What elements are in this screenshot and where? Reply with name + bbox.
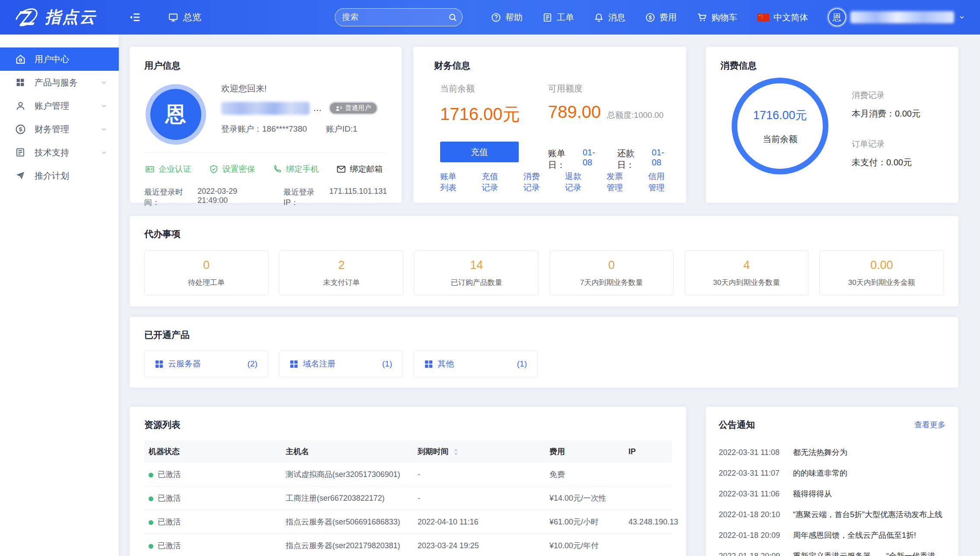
bind-email-link[interactable]: 绑定邮箱 <box>336 164 383 175</box>
bell-icon <box>594 13 604 22</box>
document-icon <box>15 147 26 158</box>
stat-value: 14 <box>470 259 483 272</box>
sidebar-item-label: 用户中心 <box>35 54 69 65</box>
table-row[interactable]: 已激活 指点云服务器(ser506691686833) 2022-04-10 1… <box>144 510 672 534</box>
table-row[interactable]: 已激活 指点云服务器(ser202179820381) 2023-03-24 1… <box>144 534 672 556</box>
stat-expiring-30days[interactable]: 4 30天内到期业务数量 <box>685 250 809 295</box>
month-consume: 本月消费：0.00元 <box>852 108 920 120</box>
table-row[interactable]: 已激活 测试虚拟商品(ser320517306901) - 免费 <box>144 463 672 486</box>
sort-icon[interactable] <box>454 448 458 456</box>
unpaid-label: 未支付： <box>852 158 886 167</box>
last-login-row: 最近登录时间： 2022-03-29 21:49:00 最近登录IP： 171.… <box>144 187 387 208</box>
credit-management-link[interactable]: 信用管理 <box>648 171 672 193</box>
product-other[interactable]: 其他 (1) <box>414 351 538 377</box>
login-account: 登录账户：186****7380 <box>221 123 307 135</box>
top-bar: 指点云 总览 <box>0 0 980 35</box>
sidebar-item-referral-program[interactable]: 推介计划 <box>0 164 119 187</box>
chevron-down-icon <box>100 126 108 133</box>
finance-card-title: 财务信息 <box>434 60 672 72</box>
search-box[interactable] <box>335 8 463 26</box>
products-card-title: 已开通产品 <box>144 329 944 341</box>
view-more-link[interactable]: 查看更多 <box>914 420 945 430</box>
monitor-icon <box>168 12 178 22</box>
expire-cell: 2022-04-10 11:16 <box>413 510 545 534</box>
fees-menu-item[interactable]: $ 费用 <box>645 12 677 23</box>
security-question-link[interactable]: 设置密保 <box>209 164 255 175</box>
china-flag-icon <box>757 13 769 22</box>
credit-row: 789.00 总额度:1000.00 <box>548 102 672 122</box>
account-id: 账户ID:1 <box>326 123 358 135</box>
product-count: (1) <box>517 359 527 369</box>
sidebar-item-products-services[interactable]: 产品与服务 <box>0 71 119 94</box>
billing-dates-row: 账单日： 01-08 还款日： 01-08 <box>548 148 672 171</box>
user-type-badge: 普通用户 <box>329 101 378 115</box>
sidebar-item-label: 技术支持 <box>35 147 69 158</box>
announcement-text: “惠聚云端，首台5折”大型优惠活动发布上线 <box>793 509 942 520</box>
cart-menu-item[interactable]: 购物车 <box>697 12 737 23</box>
bind-phone-link[interactable]: 绑定手机 <box>273 164 319 175</box>
grid-icon <box>425 360 433 368</box>
stat-ordered-products[interactable]: 14 已订购产品数量 <box>414 250 539 295</box>
credit-value: 789.00 <box>548 102 601 122</box>
bill-day-value: 01-08 <box>583 148 603 171</box>
announcement-item[interactable]: 2022-01-18 20:09 周年感恩回馈，全线云产品低至1折! <box>719 525 945 546</box>
sidebar-item-user-center[interactable]: 用户中心 <box>0 47 119 71</box>
recharge-button[interactable]: 充值 <box>440 142 519 162</box>
language-menu-item[interactable]: 中文简体 <box>757 12 808 23</box>
login-account-label: 登录账户： <box>221 124 262 133</box>
brand-logo[interactable]: 指点云 <box>0 6 119 29</box>
stat-pending-tickets[interactable]: 0 待处理工单 <box>144 250 269 295</box>
col-expire-time[interactable]: 到期时间 <box>413 440 545 463</box>
ip-cell <box>624 486 672 510</box>
announcement-item[interactable]: 2022-03-31 11:07 的的味道非常的 <box>719 463 945 483</box>
verify-label: 设置密保 <box>222 164 255 175</box>
resource-table: 机器状态 主机名 到期时间 费用 IP <box>144 440 672 556</box>
help-menu-item[interactable]: 帮助 <box>491 12 523 23</box>
stat-expiring-7days[interactable]: 0 7天内到期业务数量 <box>549 250 674 295</box>
account-menu[interactable]: 恩 <box>828 8 965 26</box>
announcement-item[interactable]: 2022-01-18 20:09 重新定义香港云服务器——“全新一代香港云主机”… <box>719 546 945 556</box>
id-card-icon <box>145 164 155 174</box>
sidebar-item-tech-support[interactable]: 技术支持 <box>0 141 119 164</box>
consume-record-link[interactable]: 消费记录 <box>523 171 547 193</box>
sidebar-item-account-management[interactable]: 账户管理 <box>0 94 119 117</box>
messages-menu-item[interactable]: 消息 <box>594 12 625 23</box>
nav-overview[interactable]: 总览 <box>168 11 201 23</box>
fee-cell: ¥10.00元/年付 <box>545 534 624 556</box>
announcement-item[interactable]: 2022-03-31 11:06 额得得得从 <box>719 483 945 504</box>
stat-expiring-amount[interactable]: 0.00 30天内到期业务金额 <box>819 250 944 295</box>
finance-links-row: 账单列表 充值记录 消费记录 退款记录 发票管理 信用管理 <box>434 171 672 193</box>
announcement-item[interactable]: 2022-03-31 11:08 都无法热舞分为 <box>719 442 945 463</box>
chevron-down-icon <box>100 102 108 110</box>
user-details: 欢迎您回来! … 普通用户 <box>221 83 387 140</box>
table-row[interactable]: 已激活 工商注册(ser667203822172) - ¥14.00元/一次性 <box>144 486 672 510</box>
product-cloud-server[interactable]: 云服务器 (2) <box>144 351 268 377</box>
dollar-circle-icon: $ <box>15 123 26 135</box>
bill-list-link[interactable]: 账单列表 <box>440 171 463 193</box>
enterprise-verify-link[interactable]: 企业认证 <box>145 164 191 175</box>
status-label: 已激活 <box>158 541 181 550</box>
last-login-ip-label: 最近登录IP： <box>283 187 326 208</box>
user-info-card: 用户信息 恩 欢迎您回来! … <box>130 47 402 203</box>
credit-total: 总额度:1000.00 <box>607 110 663 121</box>
status-active-dot <box>149 544 153 549</box>
work-order-menu-item[interactable]: 工单 <box>542 12 574 23</box>
sidebar-collapse-icon[interactable] <box>128 11 141 24</box>
search-input[interactable] <box>342 13 448 22</box>
stat-unpaid-orders[interactable]: 2 未支付订单 <box>279 250 404 295</box>
stat-value: 0 <box>608 259 615 272</box>
recharge-record-link[interactable]: 充值记录 <box>482 171 505 193</box>
product-domain-registration[interactable]: 域名注册 (1) <box>279 351 403 377</box>
invoice-management-link[interactable]: 发票管理 <box>606 171 630 193</box>
search-icon[interactable] <box>448 13 457 22</box>
sidebar: 用户中心 产品与服务 账户管理 <box>0 35 119 556</box>
work-order-label: 工单 <box>557 12 574 23</box>
sidebar-item-finance-management[interactable]: $ 财务管理 <box>0 117 119 141</box>
announcement-text: 重新定义香港云服务器——“全新一代香港云主机”正式上线 <box>793 551 945 556</box>
announcement-item[interactable]: 2022-01-18 20:10 “惠聚云端，首台5折”大型优惠活动发布上线 <box>719 504 945 525</box>
refund-record-link[interactable]: 退款记录 <box>565 171 588 193</box>
announcement-text: 都无法热舞分为 <box>793 447 847 458</box>
announcement-text: 额得得得从 <box>793 489 832 499</box>
product-count: (1) <box>382 359 392 369</box>
shield-check-icon <box>209 164 219 174</box>
